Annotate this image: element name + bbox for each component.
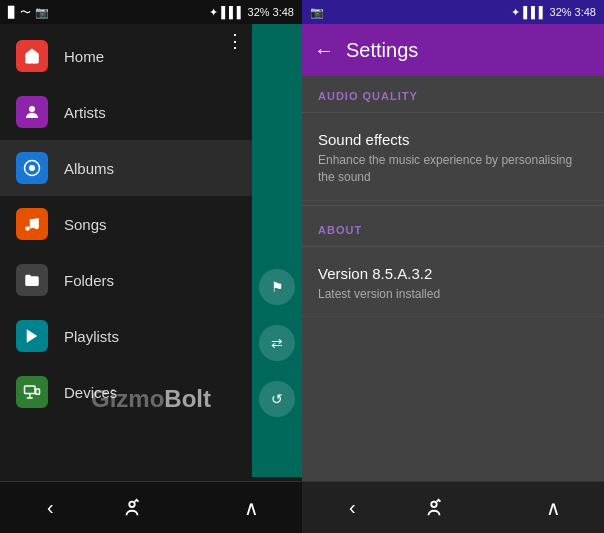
left-panel: ▊ 〜 📷 ✦ ▌▌▌ 32% 3:48 ⋮ Home: [0, 0, 302, 533]
sound-effects-item[interactable]: Sound effects Enhance the music experien…: [302, 117, 604, 201]
svg-rect-9: [36, 389, 40, 394]
settings-title: Settings: [346, 39, 418, 62]
version-item: Version 8.5.A.3.2 Latest version install…: [302, 251, 604, 318]
time-left: 3:48: [273, 6, 294, 18]
repeat-icon[interactable]: ↺: [259, 381, 295, 417]
devices-icon: [16, 376, 48, 408]
sound-effects-desc: Enhance the music experience by personal…: [318, 152, 588, 186]
right-battery: 32%: [550, 6, 572, 18]
shuffle-icon[interactable]: ⇄: [259, 325, 295, 361]
version-desc: Latest version installed: [318, 286, 588, 303]
right-home-button[interactable]: [423, 497, 483, 519]
svg-point-3: [25, 226, 30, 231]
right-time: 3:48: [575, 6, 596, 18]
bluetooth-icon: ✦: [209, 6, 218, 19]
audio-quality-header: AUDIO QUALITY: [302, 76, 604, 108]
right-back-button[interactable]: ‹: [322, 496, 382, 519]
left-back-button[interactable]: ‹: [20, 496, 80, 519]
teal-strip: ⚑ ⇄ ↺: [252, 24, 302, 477]
right-signal-bars: ▌▌▌: [523, 6, 546, 18]
home-icon: [16, 40, 48, 72]
albums-icon: [16, 152, 48, 184]
songs-icon: [16, 208, 48, 240]
right-status-icons: 📷: [310, 6, 324, 19]
version-title: Version 8.5.A.3.2: [318, 265, 588, 282]
signal-icon: ▊: [8, 6, 16, 19]
svg-point-0: [29, 106, 35, 112]
left-status-right: ✦ ▌▌▌ 32% 3:48: [209, 6, 294, 19]
wifi-icon: 〜: [20, 5, 31, 20]
songs-label: Songs: [64, 216, 107, 233]
right-status-right: ✦ ▌▌▌ 32% 3:48: [511, 6, 596, 19]
divider-2: [302, 205, 604, 206]
svg-marker-5: [27, 329, 38, 343]
about-header: ABOUT: [302, 210, 604, 242]
right-up-button[interactable]: ∧: [524, 496, 584, 520]
left-up-button[interactable]: ∧: [222, 496, 282, 520]
right-camera-icon: 📷: [310, 6, 324, 19]
left-bottom-bar: ‹ ∧: [0, 481, 302, 533]
left-status-icons: ▊ 〜 📷: [8, 5, 49, 20]
svg-rect-6: [25, 386, 36, 394]
svg-point-2: [30, 166, 35, 171]
settings-header: ← Settings: [302, 24, 604, 76]
settings-content: AUDIO QUALITY Sound effects Enhance the …: [302, 76, 604, 481]
devices-label: Devices: [64, 384, 117, 401]
folders-label: Folders: [64, 272, 114, 289]
signal-bars: ▌▌▌: [221, 6, 244, 18]
artists-label: Artists: [64, 104, 106, 121]
right-bottom-bar: ‹ ∧: [302, 481, 604, 533]
albums-label: Albums: [64, 160, 114, 177]
folders-icon: [16, 264, 48, 296]
battery-left: 32%: [248, 6, 270, 18]
menu-dots-button[interactable]: ⋮: [226, 30, 244, 52]
left-status-bar: ▊ 〜 📷 ✦ ▌▌▌ 32% 3:48: [0, 0, 302, 24]
svg-point-10: [129, 501, 135, 507]
divider-1: [302, 112, 604, 113]
svg-point-4: [34, 225, 39, 230]
settings-back-button[interactable]: ←: [314, 39, 334, 62]
right-panel: 📷 ✦ ▌▌▌ 32% 3:48 ← Settings AUDIO QUALIT…: [302, 0, 604, 533]
sound-effects-title: Sound effects: [318, 131, 588, 148]
right-status-bar: 📷 ✦ ▌▌▌ 32% 3:48: [302, 0, 604, 24]
home-label: Home: [64, 48, 104, 65]
right-bluetooth-icon: ✦: [511, 6, 520, 19]
playlists-label: Playlists: [64, 328, 119, 345]
divider-3: [302, 246, 604, 247]
playlists-icon: [16, 320, 48, 352]
flag-icon[interactable]: ⚑: [259, 269, 295, 305]
svg-point-11: [431, 501, 437, 507]
artists-icon: [16, 96, 48, 128]
left-home-button[interactable]: [121, 497, 181, 519]
camera-icon: 📷: [35, 6, 49, 19]
